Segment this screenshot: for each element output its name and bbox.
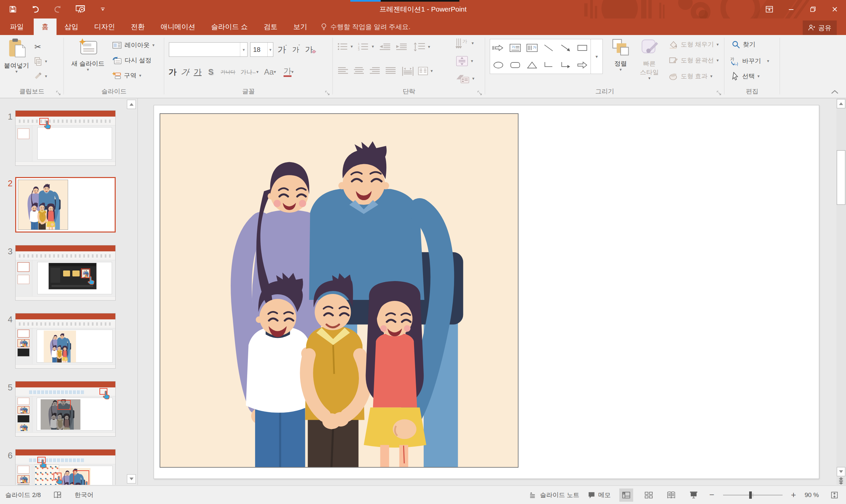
underline-button[interactable]: 가 bbox=[191, 66, 204, 78]
scroll-down-button[interactable] bbox=[837, 467, 845, 476]
character-spacing-button[interactable]: 가나 ↔▾ bbox=[240, 66, 260, 78]
format-painter-button[interactable]: ▾ bbox=[34, 72, 47, 80]
share-button[interactable]: 공유 bbox=[803, 20, 837, 35]
paste-dropdown[interactable]: ▾ bbox=[16, 70, 18, 73]
family-illustration[interactable] bbox=[160, 113, 518, 468]
clipboard-dialog-launcher[interactable] bbox=[56, 90, 61, 96]
shape-outline-button[interactable]: 도형 윤곽선▾ bbox=[669, 56, 719, 65]
language-status[interactable]: 한국어 bbox=[75, 491, 93, 499]
tab-home[interactable]: 홈 bbox=[34, 18, 56, 35]
align-text-button[interactable]: ▾ bbox=[456, 55, 473, 67]
line-spacing-button[interactable]: ▾ bbox=[413, 42, 430, 52]
zoom-out-button[interactable]: − bbox=[709, 490, 714, 500]
layout-button[interactable]: 레이아웃▾ bbox=[112, 41, 155, 50]
new-slide-button[interactable]: 새 슬라이드 ▾ bbox=[70, 38, 106, 86]
main-vertical-scrollbar[interactable] bbox=[836, 98, 846, 485]
quick-styles-button[interactable]: 빠른 스타일 ▾ bbox=[635, 38, 664, 86]
tab-animations[interactable]: 애니메이션 bbox=[153, 18, 203, 35]
tell-me-box[interactable]: 수행할 작업을 알려 주세요. bbox=[320, 18, 410, 35]
previous-slide-button[interactable] bbox=[837, 477, 845, 481]
select-button[interactable]: 선택▾ bbox=[732, 72, 760, 80]
notes-toggle[interactable]: 슬라이드 노트 bbox=[530, 491, 579, 499]
slide-thumbnail-1[interactable] bbox=[15, 110, 116, 166]
font-dialog-launcher[interactable] bbox=[325, 90, 330, 96]
reset-button[interactable]: 다시 설정 bbox=[112, 56, 151, 65]
increase-font-size-button[interactable]: 가ˆ bbox=[276, 43, 288, 56]
scrollbar-thumb[interactable] bbox=[837, 150, 845, 205]
section-button[interactable]: 구역▾ bbox=[112, 71, 141, 80]
text-shadow-button[interactable]: S bbox=[205, 66, 217, 78]
italic-button[interactable]: 가 bbox=[179, 66, 191, 78]
arrange-dropdown[interactable]: ▾ bbox=[620, 68, 622, 71]
font-size-dropdown[interactable]: ▾ bbox=[267, 42, 273, 56]
slideshow-view-button[interactable] bbox=[687, 488, 701, 502]
shape-arrow[interactable] bbox=[560, 43, 571, 53]
zoom-slider-thumb[interactable] bbox=[749, 491, 752, 499]
shape-oval[interactable] bbox=[493, 60, 504, 70]
slide-thumbnail-3[interactable] bbox=[15, 245, 116, 301]
align-center-button[interactable] bbox=[354, 67, 364, 75]
change-case-button[interactable]: Aa▾ bbox=[261, 66, 279, 78]
shape-arrow-callout[interactable] bbox=[492, 43, 504, 52]
scroll-up-button[interactable] bbox=[837, 99, 845, 108]
reading-view-button[interactable] bbox=[664, 488, 678, 502]
close-icon[interactable] bbox=[828, 3, 841, 16]
slide-thumbnail-2-selected[interactable] bbox=[15, 177, 116, 233]
replace-button[interactable]: 가나 바꾸기▾ bbox=[730, 56, 769, 66]
thumbnail-scroll-down[interactable] bbox=[127, 474, 136, 484]
shape-block-arrow[interactable] bbox=[577, 60, 588, 70]
font-size-combobox[interactable]: ▾ bbox=[250, 42, 273, 57]
font-size-input[interactable] bbox=[250, 42, 267, 56]
zoom-in-button[interactable]: + bbox=[791, 490, 796, 500]
align-left-button[interactable] bbox=[338, 67, 348, 75]
shape-fill-button[interactable]: 도형 채우기▾ bbox=[669, 40, 719, 49]
slide-thumbnail-4[interactable] bbox=[15, 313, 116, 368]
spellcheck-status[interactable] bbox=[54, 491, 62, 499]
tab-view[interactable]: 보기 bbox=[285, 18, 315, 35]
zoom-level[interactable]: 90 % bbox=[805, 491, 819, 499]
slide-thumbnail-6[interactable] bbox=[15, 449, 116, 485]
tab-review[interactable]: 검토 bbox=[256, 18, 285, 35]
decrease-indent-button[interactable] bbox=[380, 42, 391, 51]
thumbnail-scrollbar[interactable] bbox=[127, 100, 136, 484]
restore-icon[interactable] bbox=[806, 3, 819, 16]
convert-smartart-button[interactable]: ▾ bbox=[456, 73, 475, 84]
arrange-button[interactable]: 정렬 ▾ bbox=[608, 38, 633, 86]
shapes-gallery-more[interactable]: ▾ bbox=[591, 39, 603, 74]
distribute-text-button[interactable] bbox=[402, 67, 413, 76]
tab-slideshow[interactable]: 슬라이드 쇼 bbox=[203, 18, 256, 35]
tab-insert[interactable]: 삽입 bbox=[56, 18, 86, 35]
shape-rectangle[interactable] bbox=[577, 43, 588, 53]
collapse-ribbon-button[interactable] bbox=[831, 89, 839, 95]
tab-design[interactable]: 디자인 bbox=[86, 18, 123, 35]
justify-button[interactable] bbox=[386, 67, 395, 75]
font-name-dropdown[interactable]: ▾ bbox=[240, 42, 247, 56]
shape-rounded-rectangle[interactable] bbox=[510, 60, 521, 70]
font-color-button[interactable]: 가 ▾ bbox=[280, 66, 297, 78]
copy-button[interactable]: ▾ bbox=[34, 57, 47, 66]
bullets-button[interactable]: ▾ bbox=[337, 42, 353, 51]
bold-button[interactable]: 가 bbox=[166, 66, 179, 78]
next-slide-button[interactable] bbox=[837, 481, 845, 485]
shape-effects-button[interactable]: 도형 효과▾ bbox=[669, 72, 712, 80]
clear-formatting-button[interactable]: 가 bbox=[304, 43, 317, 56]
strikethrough-button[interactable]: 가나다 bbox=[218, 66, 237, 78]
fit-to-window-button[interactable] bbox=[828, 488, 841, 502]
increase-indent-button[interactable] bbox=[396, 42, 407, 51]
decrease-font-size-button[interactable]: 가ˇ bbox=[290, 43, 302, 56]
new-slide-dropdown[interactable]: ▾ bbox=[87, 68, 89, 71]
thumbnail-scroll-up[interactable] bbox=[127, 100, 136, 109]
ribbon-display-options-icon[interactable] bbox=[763, 3, 776, 16]
shape-triangle[interactable] bbox=[526, 60, 538, 70]
slide-indicator[interactable]: 슬라이드 2/8 bbox=[5, 491, 41, 499]
minimize-icon[interactable] bbox=[785, 3, 798, 16]
text-direction-button[interactable]: 가 ▾ bbox=[456, 38, 474, 49]
shape-vertical-textbox[interactable]: 가 bbox=[526, 43, 538, 53]
tab-transitions[interactable]: 전환 bbox=[123, 18, 153, 35]
shape-elbow-connector[interactable] bbox=[543, 60, 554, 70]
slide-2-canvas[interactable] bbox=[154, 105, 819, 479]
shape-elbow-arrow-connector[interactable] bbox=[560, 60, 571, 70]
font-name-input[interactable] bbox=[169, 42, 240, 56]
numbering-button[interactable]: 123 ▾ bbox=[358, 42, 374, 51]
tab-file[interactable]: 파일 bbox=[0, 18, 34, 35]
